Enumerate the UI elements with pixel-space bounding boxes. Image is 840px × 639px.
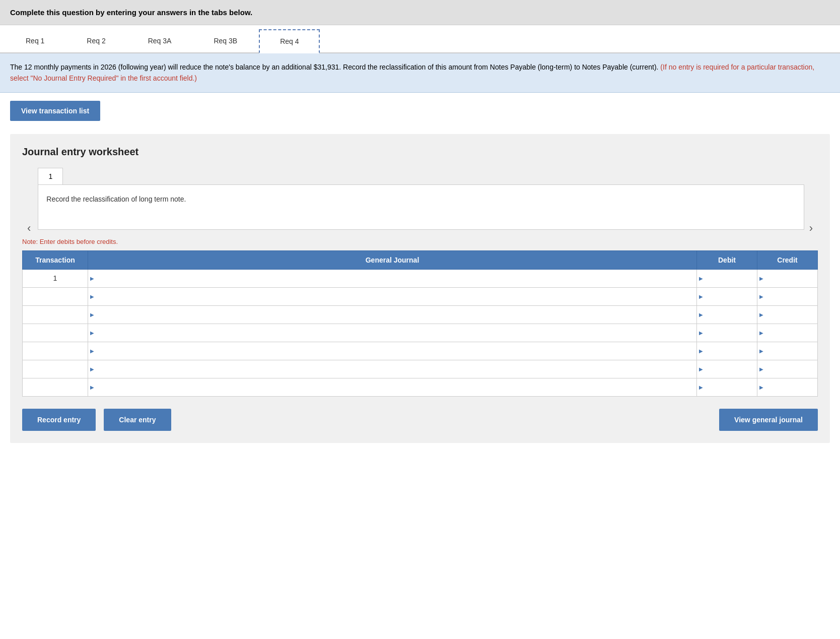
nav-container: ‹ 1 Record the reclassification of long … — [22, 168, 818, 238]
credit-cell-7[interactable] — [757, 378, 818, 396]
debit-input-1[interactable] — [701, 274, 753, 282]
col-header-credit: Credit — [757, 250, 818, 269]
table-row — [23, 342, 818, 360]
debit-input-3[interactable] — [701, 310, 753, 318]
journal-input-3[interactable] — [92, 310, 692, 318]
tab-req3a[interactable]: Req 3A — [127, 29, 192, 52]
transaction-cell-5 — [23, 342, 88, 360]
debit-cell-5[interactable] — [697, 342, 757, 360]
journal-cell-7[interactable] — [88, 378, 697, 396]
top-instruction: Complete this question by entering your … — [0, 0, 840, 25]
journal-cell-6[interactable] — [88, 360, 697, 378]
credit-input-6[interactable] — [761, 365, 813, 373]
tabs-bar: Req 1 Req 2 Req 3A Req 3B Req 4 — [0, 25, 840, 53]
clear-entry-button[interactable]: Clear entry — [104, 409, 171, 431]
debit-cell-2[interactable] — [697, 287, 757, 305]
transaction-cell-3 — [23, 305, 88, 324]
tab-and-entry: 1 Record the reclassification of long te… — [38, 168, 804, 238]
next-arrow-icon[interactable]: › — [804, 219, 818, 238]
note-text: Note: Enter debits before credits. — [22, 238, 818, 245]
journal-input-7[interactable] — [92, 383, 692, 391]
transaction-cell-2 — [23, 287, 88, 305]
credit-input-3[interactable] — [761, 310, 813, 318]
credit-input-5[interactable] — [761, 347, 813, 355]
table-row — [23, 360, 818, 378]
main-description-text: The 12 monthly payments in 2026 (followi… — [10, 63, 658, 71]
journal-table: Transaction General Journal Debit Credit… — [22, 250, 818, 397]
credit-input-7[interactable] — [761, 383, 813, 391]
col-header-debit: Debit — [697, 250, 757, 269]
table-row — [23, 378, 818, 396]
debit-input-7[interactable] — [701, 383, 753, 391]
col-header-general-journal: General Journal — [88, 250, 697, 269]
journal-cell-5[interactable] — [88, 342, 697, 360]
journal-input-5[interactable] — [92, 347, 692, 355]
credit-cell-6[interactable] — [757, 360, 818, 378]
table-row — [23, 287, 818, 305]
journal-cell-3[interactable] — [88, 305, 697, 324]
debit-input-6[interactable] — [701, 365, 753, 373]
credit-cell-3[interactable] — [757, 305, 818, 324]
current-tab-number: 1 — [38, 168, 63, 184]
debit-input-5[interactable] — [701, 347, 753, 355]
debit-cell-7[interactable] — [697, 378, 757, 396]
tab-req4[interactable]: Req 4 — [259, 29, 320, 53]
tab-req2[interactable]: Req 2 — [66, 29, 126, 52]
journal-input-2[interactable] — [92, 292, 692, 300]
transaction-cell-6 — [23, 360, 88, 378]
record-entry-button[interactable]: Record entry — [22, 409, 96, 431]
view-general-journal-button[interactable]: View general journal — [719, 409, 818, 431]
debit-cell-6[interactable] — [697, 360, 757, 378]
transaction-cell-1: 1 — [23, 269, 88, 287]
instruction-text: Complete this question by entering your … — [10, 8, 252, 17]
transaction-cell-4 — [23, 324, 88, 342]
tab-req3b[interactable]: Req 3B — [193, 29, 258, 52]
button-row: Record entry Clear entry View general jo… — [22, 409, 818, 431]
debit-input-4[interactable] — [701, 329, 753, 337]
debit-cell-3[interactable] — [697, 305, 757, 324]
journal-input-6[interactable] — [92, 365, 692, 373]
tab-req1[interactable]: Req 1 — [5, 29, 65, 52]
credit-cell-1[interactable] — [757, 269, 818, 287]
view-transaction-button[interactable]: View transaction list — [10, 101, 100, 121]
journal-cell-2[interactable] — [88, 287, 697, 305]
col-header-transaction: Transaction — [23, 250, 88, 269]
debit-input-2[interactable] — [701, 292, 753, 300]
journal-input-1[interactable] — [92, 274, 692, 282]
table-row — [23, 324, 818, 342]
description-box: The 12 monthly payments in 2026 (followi… — [0, 53, 840, 93]
worksheet-title: Journal entry worksheet — [22, 146, 818, 158]
journal-cell-1[interactable] — [88, 269, 697, 287]
table-row: 1 — [23, 269, 818, 287]
journal-input-4[interactable] — [92, 329, 692, 337]
credit-input-1[interactable] — [761, 274, 813, 282]
credit-cell-4[interactable] — [757, 324, 818, 342]
credit-cell-5[interactable] — [757, 342, 818, 360]
prev-arrow-icon[interactable]: ‹ — [22, 219, 36, 238]
transaction-cell-7 — [23, 378, 88, 396]
credit-cell-2[interactable] — [757, 287, 818, 305]
worksheet-container: Journal entry worksheet ‹ 1 Record the r… — [10, 134, 830, 443]
credit-input-4[interactable] — [761, 329, 813, 337]
entry-description-text: Record the reclassification of long term… — [46, 195, 186, 203]
debit-cell-1[interactable] — [697, 269, 757, 287]
entry-description-box: Record the reclassification of long term… — [38, 184, 804, 230]
credit-input-2[interactable] — [761, 292, 813, 300]
journal-cell-4[interactable] — [88, 324, 697, 342]
debit-cell-4[interactable] — [697, 324, 757, 342]
table-row — [23, 305, 818, 324]
